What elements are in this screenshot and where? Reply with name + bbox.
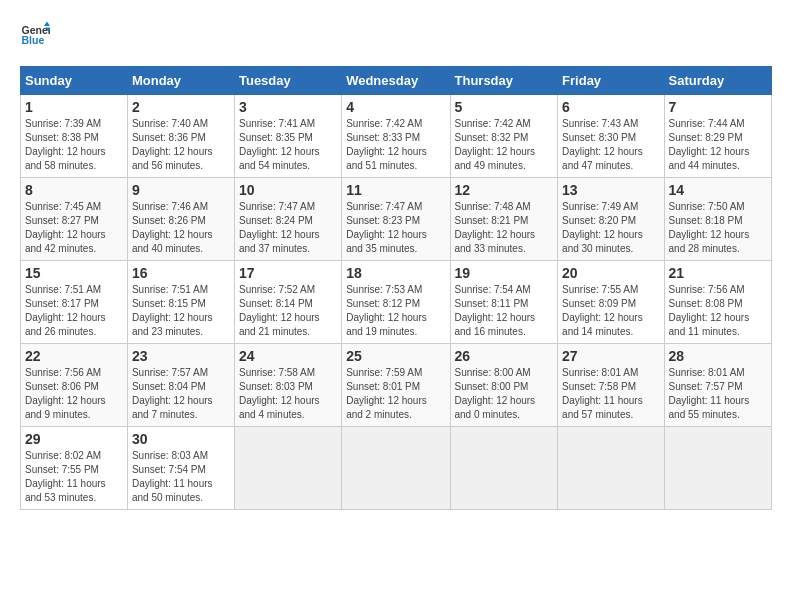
header-saturday: Saturday — [664, 67, 771, 95]
day-info: Sunrise: 7:58 AM Sunset: 8:03 PM Dayligh… — [239, 366, 337, 422]
calendar-cell: 19Sunrise: 7:54 AM Sunset: 8:11 PM Dayli… — [450, 261, 558, 344]
calendar-cell: 14Sunrise: 7:50 AM Sunset: 8:18 PM Dayli… — [664, 178, 771, 261]
day-info: Sunrise: 7:42 AM Sunset: 8:32 PM Dayligh… — [455, 117, 554, 173]
day-number: 12 — [455, 182, 554, 198]
day-info: Sunrise: 7:51 AM Sunset: 8:15 PM Dayligh… — [132, 283, 230, 339]
header-thursday: Thursday — [450, 67, 558, 95]
day-number: 6 — [562, 99, 659, 115]
header-friday: Friday — [558, 67, 664, 95]
day-number: 29 — [25, 431, 123, 447]
day-info: Sunrise: 8:02 AM Sunset: 7:55 PM Dayligh… — [25, 449, 123, 505]
header-tuesday: Tuesday — [234, 67, 341, 95]
day-number: 8 — [25, 182, 123, 198]
calendar-cell: 17Sunrise: 7:52 AM Sunset: 8:14 PM Dayli… — [234, 261, 341, 344]
day-number: 5 — [455, 99, 554, 115]
svg-text:Blue: Blue — [22, 34, 45, 46]
day-number: 23 — [132, 348, 230, 364]
day-info: Sunrise: 7:56 AM Sunset: 8:06 PM Dayligh… — [25, 366, 123, 422]
day-info: Sunrise: 7:43 AM Sunset: 8:30 PM Dayligh… — [562, 117, 659, 173]
calendar-row: 8Sunrise: 7:45 AM Sunset: 8:27 PM Daylig… — [21, 178, 772, 261]
day-info: Sunrise: 7:47 AM Sunset: 8:24 PM Dayligh… — [239, 200, 337, 256]
day-info: Sunrise: 7:50 AM Sunset: 8:18 PM Dayligh… — [669, 200, 767, 256]
day-info: Sunrise: 7:42 AM Sunset: 8:33 PM Dayligh… — [346, 117, 445, 173]
day-info: Sunrise: 7:55 AM Sunset: 8:09 PM Dayligh… — [562, 283, 659, 339]
calendar-cell: 23Sunrise: 7:57 AM Sunset: 8:04 PM Dayli… — [127, 344, 234, 427]
day-number: 10 — [239, 182, 337, 198]
day-number: 4 — [346, 99, 445, 115]
calendar-header-row: SundayMondayTuesdayWednesdayThursdayFrid… — [21, 67, 772, 95]
day-info: Sunrise: 7:53 AM Sunset: 8:12 PM Dayligh… — [346, 283, 445, 339]
day-info: Sunrise: 7:57 AM Sunset: 8:04 PM Dayligh… — [132, 366, 230, 422]
calendar-cell: 28Sunrise: 8:01 AM Sunset: 7:57 PM Dayli… — [664, 344, 771, 427]
page-header: General Blue — [20, 20, 772, 50]
day-info: Sunrise: 7:54 AM Sunset: 8:11 PM Dayligh… — [455, 283, 554, 339]
calendar-cell: 6Sunrise: 7:43 AM Sunset: 8:30 PM Daylig… — [558, 95, 664, 178]
header-wednesday: Wednesday — [342, 67, 450, 95]
calendar-cell — [342, 427, 450, 510]
calendar-cell: 30Sunrise: 8:03 AM Sunset: 7:54 PM Dayli… — [127, 427, 234, 510]
calendar-cell: 10Sunrise: 7:47 AM Sunset: 8:24 PM Dayli… — [234, 178, 341, 261]
day-number: 2 — [132, 99, 230, 115]
day-number: 3 — [239, 99, 337, 115]
day-number: 25 — [346, 348, 445, 364]
calendar-cell: 15Sunrise: 7:51 AM Sunset: 8:17 PM Dayli… — [21, 261, 128, 344]
calendar-cell: 13Sunrise: 7:49 AM Sunset: 8:20 PM Dayli… — [558, 178, 664, 261]
day-info: Sunrise: 7:56 AM Sunset: 8:08 PM Dayligh… — [669, 283, 767, 339]
calendar-cell: 22Sunrise: 7:56 AM Sunset: 8:06 PM Dayli… — [21, 344, 128, 427]
calendar-cell: 16Sunrise: 7:51 AM Sunset: 8:15 PM Dayli… — [127, 261, 234, 344]
calendar-cell: 24Sunrise: 7:58 AM Sunset: 8:03 PM Dayli… — [234, 344, 341, 427]
calendar-cell — [558, 427, 664, 510]
day-info: Sunrise: 7:40 AM Sunset: 8:36 PM Dayligh… — [132, 117, 230, 173]
calendar-cell: 4Sunrise: 7:42 AM Sunset: 8:33 PM Daylig… — [342, 95, 450, 178]
logo-icon: General Blue — [20, 20, 50, 50]
day-number: 28 — [669, 348, 767, 364]
day-info: Sunrise: 7:41 AM Sunset: 8:35 PM Dayligh… — [239, 117, 337, 173]
day-info: Sunrise: 7:48 AM Sunset: 8:21 PM Dayligh… — [455, 200, 554, 256]
calendar-cell: 27Sunrise: 8:01 AM Sunset: 7:58 PM Dayli… — [558, 344, 664, 427]
day-info: Sunrise: 7:46 AM Sunset: 8:26 PM Dayligh… — [132, 200, 230, 256]
day-info: Sunrise: 8:03 AM Sunset: 7:54 PM Dayligh… — [132, 449, 230, 505]
calendar-cell: 1Sunrise: 7:39 AM Sunset: 8:38 PM Daylig… — [21, 95, 128, 178]
day-number: 30 — [132, 431, 230, 447]
calendar-cell: 12Sunrise: 7:48 AM Sunset: 8:21 PM Dayli… — [450, 178, 558, 261]
day-number: 15 — [25, 265, 123, 281]
day-info: Sunrise: 7:44 AM Sunset: 8:29 PM Dayligh… — [669, 117, 767, 173]
day-info: Sunrise: 7:52 AM Sunset: 8:14 PM Dayligh… — [239, 283, 337, 339]
calendar-row: 1Sunrise: 7:39 AM Sunset: 8:38 PM Daylig… — [21, 95, 772, 178]
day-number: 18 — [346, 265, 445, 281]
calendar-cell: 29Sunrise: 8:02 AM Sunset: 7:55 PM Dayli… — [21, 427, 128, 510]
calendar-cell: 25Sunrise: 7:59 AM Sunset: 8:01 PM Dayli… — [342, 344, 450, 427]
day-info: Sunrise: 7:47 AM Sunset: 8:23 PM Dayligh… — [346, 200, 445, 256]
calendar-cell: 18Sunrise: 7:53 AM Sunset: 8:12 PM Dayli… — [342, 261, 450, 344]
calendar-cell: 26Sunrise: 8:00 AM Sunset: 8:00 PM Dayli… — [450, 344, 558, 427]
header-monday: Monday — [127, 67, 234, 95]
day-number: 16 — [132, 265, 230, 281]
day-info: Sunrise: 7:49 AM Sunset: 8:20 PM Dayligh… — [562, 200, 659, 256]
day-number: 13 — [562, 182, 659, 198]
calendar-cell: 3Sunrise: 7:41 AM Sunset: 8:35 PM Daylig… — [234, 95, 341, 178]
calendar-row: 29Sunrise: 8:02 AM Sunset: 7:55 PM Dayli… — [21, 427, 772, 510]
calendar-cell: 11Sunrise: 7:47 AM Sunset: 8:23 PM Dayli… — [342, 178, 450, 261]
day-info: Sunrise: 8:01 AM Sunset: 7:58 PM Dayligh… — [562, 366, 659, 422]
day-info: Sunrise: 7:51 AM Sunset: 8:17 PM Dayligh… — [25, 283, 123, 339]
logo: General Blue — [20, 20, 54, 50]
day-number: 26 — [455, 348, 554, 364]
calendar-cell — [234, 427, 341, 510]
day-info: Sunrise: 8:00 AM Sunset: 8:00 PM Dayligh… — [455, 366, 554, 422]
calendar-cell: 8Sunrise: 7:45 AM Sunset: 8:27 PM Daylig… — [21, 178, 128, 261]
header-sunday: Sunday — [21, 67, 128, 95]
calendar-row: 15Sunrise: 7:51 AM Sunset: 8:17 PM Dayli… — [21, 261, 772, 344]
day-info: Sunrise: 7:59 AM Sunset: 8:01 PM Dayligh… — [346, 366, 445, 422]
day-info: Sunrise: 7:39 AM Sunset: 8:38 PM Dayligh… — [25, 117, 123, 173]
day-number: 11 — [346, 182, 445, 198]
day-number: 7 — [669, 99, 767, 115]
calendar-cell: 20Sunrise: 7:55 AM Sunset: 8:09 PM Dayli… — [558, 261, 664, 344]
day-number: 21 — [669, 265, 767, 281]
day-number: 17 — [239, 265, 337, 281]
day-info: Sunrise: 7:45 AM Sunset: 8:27 PM Dayligh… — [25, 200, 123, 256]
calendar-table: SundayMondayTuesdayWednesdayThursdayFrid… — [20, 66, 772, 510]
calendar-row: 22Sunrise: 7:56 AM Sunset: 8:06 PM Dayli… — [21, 344, 772, 427]
day-number: 19 — [455, 265, 554, 281]
calendar-cell: 7Sunrise: 7:44 AM Sunset: 8:29 PM Daylig… — [664, 95, 771, 178]
day-number: 27 — [562, 348, 659, 364]
